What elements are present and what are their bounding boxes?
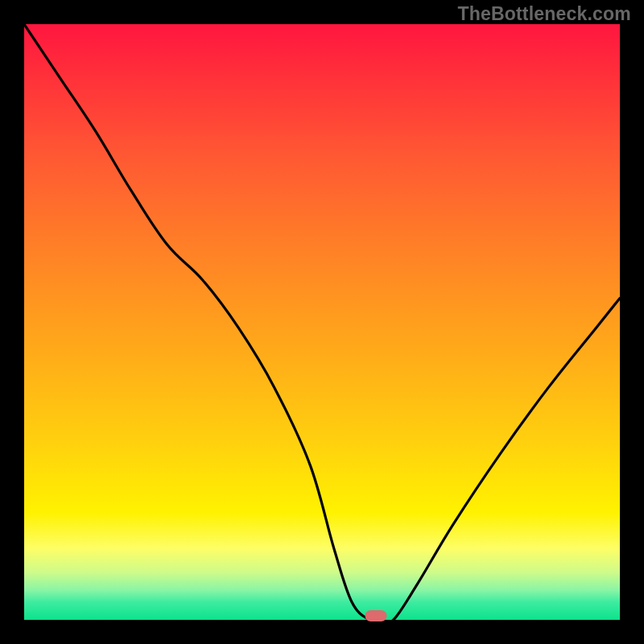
- watermark-text: TheBottleneck.com: [457, 3, 631, 25]
- bottleneck-curve: [24, 24, 620, 620]
- plot-area: [24, 24, 620, 620]
- minimum-marker: [365, 610, 386, 621]
- chart-frame: TheBottleneck.com: [0, 0, 644, 644]
